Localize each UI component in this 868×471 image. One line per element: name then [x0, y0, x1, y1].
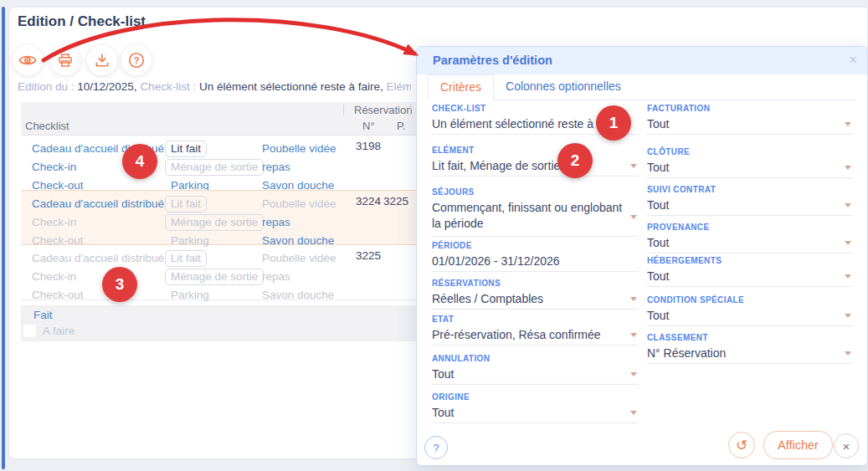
chevron-down-icon [845, 122, 851, 126]
field-suivi-contrat[interactable]: SUIVI CONTRAT Tout [647, 185, 853, 216]
chevron-down-icon [630, 372, 637, 376]
info-value: 10/12/2025, [77, 80, 140, 93]
checklist-item: Poubelle vidée [262, 252, 336, 264]
field-hebergements[interactable]: HÉBERGEMENTS Tout [647, 256, 853, 287]
field-etat[interactable]: ETAT Pré-réservation, Résa confirmée [432, 315, 639, 346]
info-label: Check-list : [140, 80, 199, 93]
tab-criteres[interactable]: Critères [428, 74, 494, 100]
group-header-reservation: Réservation [354, 104, 412, 116]
field-value: Tout [647, 308, 853, 324]
column-divider [343, 105, 344, 115]
chevron-down-icon [630, 411, 637, 415]
chevron-down-icon [845, 274, 851, 279]
annotation-circle-1: 1 [596, 105, 631, 141]
field-label: PÉRIODE [432, 241, 639, 250]
table-row: Cadeau d'accueil distribué Check-in Chec… [21, 190, 416, 245]
field-value: Tout [432, 405, 639, 421]
reset-button[interactable]: ↺ [728, 432, 755, 458]
edition-parameters-panel: Paramètres d'édition × Critères Colonnes… [416, 46, 868, 466]
column-header-checklist: Checklist [25, 120, 69, 132]
reservation-p: 3225 [383, 195, 405, 207]
field-label: CONDITION SPÉCIALE [647, 295, 853, 305]
field-value: 01/01/2026 - 31/12/2026 [432, 253, 639, 269]
panel-title: Paramètres d'édition [433, 54, 552, 67]
eye-icon [18, 51, 37, 69]
field-value: Tout [432, 366, 639, 382]
left-accent-bar [2, 7, 5, 469]
field-value: Commençant, finissant ou englobant la pé… [432, 200, 639, 232]
field-reservations[interactable]: RÉSERVATIONS Réelles / Comptables [432, 279, 639, 310]
checklist-table: Réservation Checklist N° P. Cadeau d'acc… [21, 102, 416, 300]
field-annulation[interactable]: ANNULATION Tout [432, 354, 639, 385]
field-facturation[interactable]: FACTURATION Tout [647, 104, 853, 135]
field-label: RÉSERVATIONS [432, 279, 639, 288]
legend-a-faire-label: A faire [43, 325, 74, 337]
info-label: Elément : [387, 80, 411, 93]
field-element[interactable]: ELÉMENT Lit fait, Ménage de sortie [432, 146, 639, 177]
annotation-circle-4: 4 [122, 144, 157, 179]
annotation-number: 3 [116, 275, 125, 294]
afficher-label: Afficher [778, 438, 819, 452]
reservation-number: 3224 [331, 195, 381, 207]
field-label: HÉBERGEMENTS [647, 256, 853, 265]
field-condition-speciale[interactable]: CONDITION SPÉCIALE Tout [647, 295, 853, 326]
todo-checkbox-swatch [23, 325, 36, 337]
field-value: Lit fait, Ménage de sortie [432, 158, 639, 174]
print-button[interactable] [50, 45, 80, 75]
checklist-item: Poubelle vidée [262, 142, 336, 155]
chevron-down-icon [630, 215, 637, 219]
reservation-number: 3225 [331, 249, 381, 262]
field-value: Tout [647, 235, 853, 251]
panel-help-button[interactable]: ? [424, 436, 448, 459]
tab-colonnes-optionnelles[interactable]: Colonnes optionnelles [494, 74, 633, 100]
checklist-item: Check-out [32, 289, 84, 301]
edition-info-line: Edition du : 10/12/2025, Check-list : Un… [18, 80, 411, 93]
info-value: Un élément sélectionné reste à faire, [199, 80, 387, 93]
checklist-item: repas [262, 216, 290, 228]
field-value: Réelles / Comptables [432, 291, 639, 307]
field-value: Tout [647, 197, 853, 213]
afficher-button[interactable]: Afficher [763, 431, 833, 459]
checklist-item: Savon douche [262, 289, 334, 301]
legend-fait-label: Fait [33, 309, 53, 321]
chevron-down-icon [845, 241, 851, 245]
checklist-item-selected: Lit fait [165, 141, 207, 157]
panel-tab-bar: Critères Colonnes optionnelles [428, 74, 856, 100]
field-origine[interactable]: ORIGINE Tout [432, 392, 639, 423]
checklist-item-selected: Ménage de sortie [165, 214, 264, 231]
close-icon[interactable]: × [849, 52, 857, 69]
table-row: Cadeau d'accueil distribué Check-in Chec… [21, 245, 416, 300]
svg-text:?: ? [134, 55, 140, 65]
field-cloture[interactable]: CLÔTURE Tout [647, 147, 853, 178]
field-value: Tout [647, 160, 853, 176]
field-label: SÉJOURS [432, 187, 639, 197]
table-group-header-row: Réservation [21, 102, 416, 117]
chevron-down-icon [630, 164, 637, 168]
chevron-down-icon [630, 333, 637, 337]
field-label: ETAT [432, 315, 639, 324]
checklist-item: Check-in [32, 161, 76, 173]
column-header-p: P. [397, 120, 406, 132]
checklist-item-selected: Lit fait [165, 196, 207, 212]
download-button[interactable] [87, 45, 117, 75]
chevron-down-icon [845, 203, 851, 207]
annotation-number: 1 [609, 114, 619, 132]
checklist-item: Check-in [32, 216, 76, 228]
panel-close-button[interactable]: × [834, 433, 859, 458]
checklist-item-selected: Ménage de sortie [165, 269, 264, 285]
annotation-number: 2 [571, 151, 580, 170]
help-button[interactable]: ? [121, 45, 152, 75]
preview-button[interactable] [13, 45, 43, 75]
close-icon: × [843, 439, 850, 453]
checklist-item: Cadeau d'accueil distribué [32, 252, 164, 264]
field-classement[interactable]: CLASSEMENT N° Réservation [647, 333, 853, 364]
field-provenance[interactable]: PROVENANCE Tout [647, 223, 853, 253]
column-header-num: N° [362, 120, 375, 132]
field-value: Tout [647, 269, 853, 284]
question-icon: ? [127, 51, 146, 69]
field-sejours[interactable]: SÉJOURS Commençant, finissant ou engloba… [432, 187, 639, 237]
annotation-circle-2: 2 [557, 143, 593, 178]
app-root: Edition / Check-list [0, 0, 868, 471]
field-label: ANNULATION [432, 354, 639, 363]
field-periode[interactable]: PÉRIODE 01/01/2026 - 31/12/2026 [432, 241, 639, 272]
